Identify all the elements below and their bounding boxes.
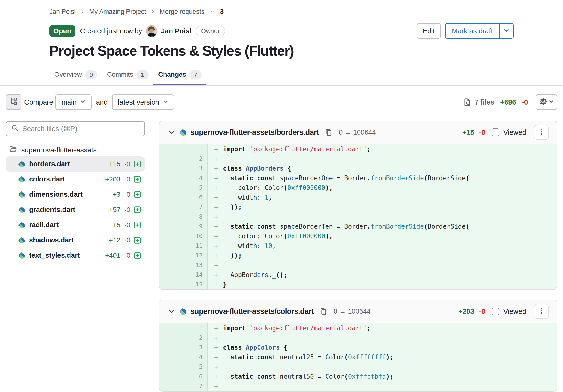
- viewed-checkbox[interactable]: [492, 128, 499, 136]
- file-deletions: -0: [124, 252, 130, 259]
- collapse-diff-chevron-icon[interactable]: [168, 129, 175, 136]
- chevron-down-icon: [549, 98, 554, 106]
- files-summary: 7 files +696 -0: [463, 98, 528, 106]
- new-line-number[interactable]: 3: [184, 164, 208, 173]
- old-line-number[interactable]: [159, 333, 184, 343]
- old-line-number[interactable]: [159, 222, 184, 231]
- new-line-number[interactable]: 2: [184, 333, 208, 343]
- tab-count-badge: 1: [136, 70, 149, 79]
- tree-folder-name: supernova-flutter-assets: [21, 146, 97, 154]
- tree-file-gradients.dart[interactable]: gradients.dart+57-0: [6, 202, 145, 217]
- old-line-number[interactable]: [159, 280, 184, 289]
- tree-file-borders.dart[interactable]: borders.dart+15-0: [6, 156, 145, 172]
- copy-icon[interactable]: [325, 129, 332, 136]
- old-line-number[interactable]: [159, 183, 184, 193]
- plus-square-icon: [134, 221, 141, 229]
- diff-options-button[interactable]: [534, 304, 549, 319]
- new-line-number[interactable]: 4: [184, 352, 208, 362]
- tree-file-dimensions.dart[interactable]: dimensions.dart+3-0: [6, 187, 145, 202]
- old-line-number[interactable]: [159, 173, 184, 183]
- tab-count-badge: 7: [190, 70, 202, 79]
- tab-changes[interactable]: Changes7: [153, 66, 206, 85]
- diff-options-button[interactable]: [534, 125, 549, 140]
- plus-square-icon: [134, 206, 141, 213]
- new-line-number[interactable]: 4: [184, 173, 208, 183]
- new-line-number[interactable]: 7: [184, 202, 208, 212]
- new-line-number[interactable]: 15: [184, 280, 208, 289]
- total-deletions: -0: [522, 98, 528, 106]
- new-line-number[interactable]: 3: [184, 343, 208, 352]
- tree-file-shadows.dart[interactable]: shadows.dart+12-0: [6, 233, 145, 248]
- mark-as-draft-caret-button[interactable]: [499, 24, 513, 38]
- avatar[interactable]: [146, 25, 157, 37]
- addition-sign: +: [214, 372, 223, 381]
- old-line-number[interactable]: [159, 352, 184, 362]
- old-line-number[interactable]: [159, 164, 184, 173]
- new-line-number[interactable]: 11: [184, 241, 208, 251]
- breadcrumb-item[interactable]: Jan Poisl: [50, 8, 76, 15]
- old-line-number[interactable]: [159, 202, 184, 212]
- new-line-number[interactable]: 6: [184, 193, 208, 202]
- viewed-checkbox[interactable]: [492, 307, 499, 315]
- code-line: + color: Color(0xff000000),: [208, 231, 557, 241]
- file-deletions: -0: [124, 206, 130, 214]
- new-line-number[interactable]: 6: [184, 372, 208, 381]
- tab-commits[interactable]: Commits1: [102, 66, 153, 85]
- copy-icon[interactable]: [320, 308, 327, 315]
- new-line-number[interactable]: 8: [184, 212, 208, 222]
- addition-sign: +: [214, 154, 223, 164]
- new-line-number[interactable]: 1: [184, 144, 208, 154]
- tree-file-radii.dart[interactable]: radii.dart+5-0: [6, 217, 145, 233]
- breadcrumb-item[interactable]: Merge requests: [160, 8, 205, 15]
- new-line-number[interactable]: 5: [184, 183, 208, 193]
- tree-file-name: borders.dart: [29, 160, 70, 168]
- author-name[interactable]: Jan Poisl: [161, 27, 191, 35]
- new-line-number[interactable]: 12: [184, 251, 208, 260]
- old-line-number[interactable]: [159, 260, 184, 270]
- file-search-box: [6, 122, 145, 136]
- compare-label: Compare: [24, 98, 53, 106]
- source-branch-dropdown[interactable]: main: [55, 94, 91, 110]
- breadcrumb: Jan Poisl My Amazing Project Merge reque…: [50, 7, 513, 16]
- new-line-number[interactable]: 13: [184, 260, 208, 270]
- edit-button[interactable]: Edit: [417, 23, 441, 39]
- file-tree-toggle-button[interactable]: [6, 94, 21, 110]
- collapse-diff-chevron-icon[interactable]: [168, 308, 175, 315]
- tree-folder-row[interactable]: supernova-flutter-assets: [6, 144, 145, 156]
- tree-file-colors.dart[interactable]: colors.dart+203-0: [6, 172, 145, 187]
- new-line-number[interactable]: 5: [184, 362, 208, 372]
- new-line-number[interactable]: 10: [184, 231, 208, 241]
- new-line-number[interactable]: 1: [184, 323, 208, 333]
- and-label: and: [96, 98, 108, 106]
- tab-overview[interactable]: Overview0: [50, 66, 102, 85]
- old-line-number[interactable]: [159, 231, 184, 241]
- old-line-number[interactable]: [159, 251, 184, 260]
- old-line-number[interactable]: [159, 144, 184, 154]
- old-line-number[interactable]: [159, 381, 184, 391]
- tree-file-text_styles.dart[interactable]: text_styles.dart+401-0: [6, 248, 145, 263]
- file-search-input[interactable]: [22, 125, 140, 133]
- new-line-number[interactable]: 2: [184, 154, 208, 164]
- breadcrumb-item[interactable]: My Amazing Project: [89, 8, 146, 15]
- old-line-number[interactable]: [159, 241, 184, 251]
- diff-settings-button[interactable]: [536, 94, 557, 110]
- new-line-number[interactable]: 7: [184, 381, 208, 391]
- old-line-number[interactable]: [159, 154, 184, 164]
- old-line-number[interactable]: [159, 323, 184, 333]
- old-line-number[interactable]: [159, 193, 184, 202]
- diff-file-path[interactable]: supernova-flutter-assets/borders.dart: [191, 128, 319, 137]
- old-line-number[interactable]: [159, 343, 184, 352]
- mark-as-draft-button[interactable]: Mark as draft: [446, 24, 499, 38]
- old-line-number[interactable]: [159, 372, 184, 381]
- new-line-number[interactable]: 9: [184, 222, 208, 231]
- new-line-number[interactable]: 14: [184, 270, 208, 280]
- diff-code-row: 9+ static const spaceBorderTen = Border.…: [159, 222, 557, 231]
- chevron-right-icon: [209, 10, 213, 13]
- old-line-number[interactable]: [159, 362, 184, 372]
- diff-file-path[interactable]: supernova-flutter-assets/colors.dart: [191, 307, 314, 316]
- viewed-label: Viewed: [503, 128, 526, 136]
- code-line: + color: Color(0xff000000),: [208, 183, 557, 193]
- old-line-number[interactable]: [159, 212, 184, 222]
- target-version-dropdown[interactable]: latest version: [112, 94, 174, 110]
- old-line-number[interactable]: [159, 270, 184, 280]
